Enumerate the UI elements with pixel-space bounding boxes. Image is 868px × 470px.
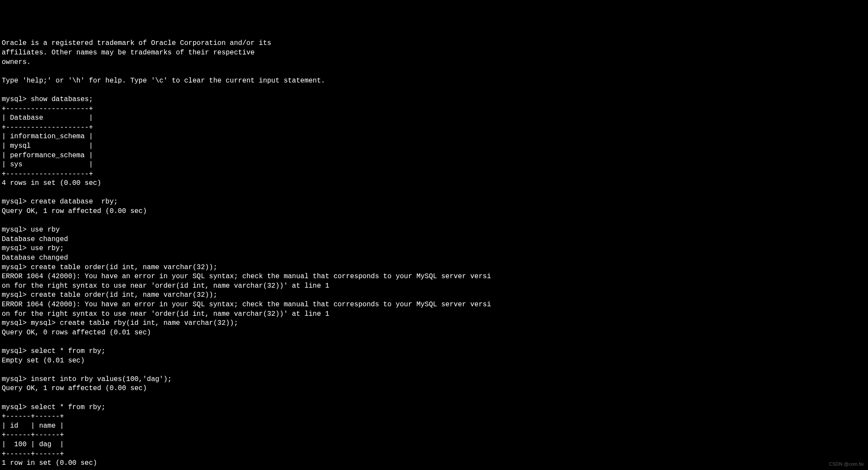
error-line: ERROR 1064 (42000): You have an error in…	[2, 273, 491, 280]
cmd-select: select * from rby;	[31, 347, 105, 355]
prompt: mysql>	[2, 291, 31, 299]
help-text: Type 'help;' or '\h' for help. Type '\c'…	[2, 77, 325, 85]
result-border: +------+------+	[2, 450, 64, 458]
db-row: | sys |	[2, 161, 93, 168]
db-row: | mysql |	[2, 142, 93, 150]
watermark: CSDN @com.fw	[829, 461, 864, 467]
table-border: +--------------------+	[2, 105, 93, 113]
prompt: mysql>	[2, 198, 31, 206]
cmd-insert: insert into rby values(100,'dag');	[31, 375, 171, 383]
prompt: mysql>	[2, 226, 31, 234]
cmd-show-databases: show databases;	[31, 95, 93, 103]
cmd-create-database: create database rby;	[31, 198, 118, 206]
empty-set: Empty set (0.01 sec)	[2, 357, 85, 365]
intro-text-2: affiliates. Other names may be trademark…	[2, 49, 255, 57]
table-header: | Database |	[2, 114, 93, 122]
prompt: mysql>	[2, 347, 31, 355]
prompt: mysql>	[2, 245, 31, 252]
cmd-use-rby: use rby;	[31, 245, 64, 252]
cmd-create-table-rby: mysql> create table rby(id int, name var…	[31, 319, 238, 327]
db-changed: Database changed	[2, 254, 68, 262]
intro-text-3: owners.	[2, 58, 31, 66]
cmd-select: select * from rby;	[31, 403, 105, 411]
query-ok: Query OK, 1 row affected (0.00 sec)	[2, 384, 147, 392]
result-header: | id | name |	[2, 422, 64, 430]
table-border: +--------------------+	[2, 170, 93, 178]
db-row: | information_schema |	[2, 133, 93, 140]
prompt: mysql>	[2, 95, 31, 103]
cmd-create-table: create table order(id int, name varchar(…	[31, 264, 217, 271]
query-ok: Query OK, 1 row affected (0.00 sec)	[2, 207, 147, 215]
db-changed: Database changed	[2, 235, 68, 243]
rows-result: 1 row in set (0.00 sec)	[2, 459, 97, 467]
prompt: mysql>	[2, 319, 31, 327]
prompt: mysql>	[2, 375, 31, 383]
rows-result: 4 rows in set (0.00 sec)	[2, 179, 101, 187]
result-border: +------+------+	[2, 431, 64, 439]
error-line: ERROR 1064 (42000): You have an error in…	[2, 301, 491, 308]
table-border: +--------------------+	[2, 124, 93, 131]
result-border: +------+------+	[2, 413, 64, 420]
cmd-use-rby: use rby	[31, 226, 60, 234]
error-line: on for the right syntax to use near 'ord…	[2, 310, 329, 318]
intro-text-1: Oracle is a registered trademark of Orac…	[2, 39, 271, 47]
db-row: | performance_schema |	[2, 152, 93, 159]
terminal-output: Oracle is a registered trademark of Orac…	[2, 39, 866, 470]
prompt: mysql>	[2, 264, 31, 271]
prompt: mysql>	[2, 403, 31, 411]
result-row: | 100 | dag |	[2, 441, 64, 448]
error-line: on for the right syntax to use near 'ord…	[2, 282, 329, 290]
cmd-create-table: create table order(id int, name varchar(…	[31, 291, 217, 299]
query-ok: Query OK, 0 rows affected (0.01 sec)	[2, 329, 151, 337]
